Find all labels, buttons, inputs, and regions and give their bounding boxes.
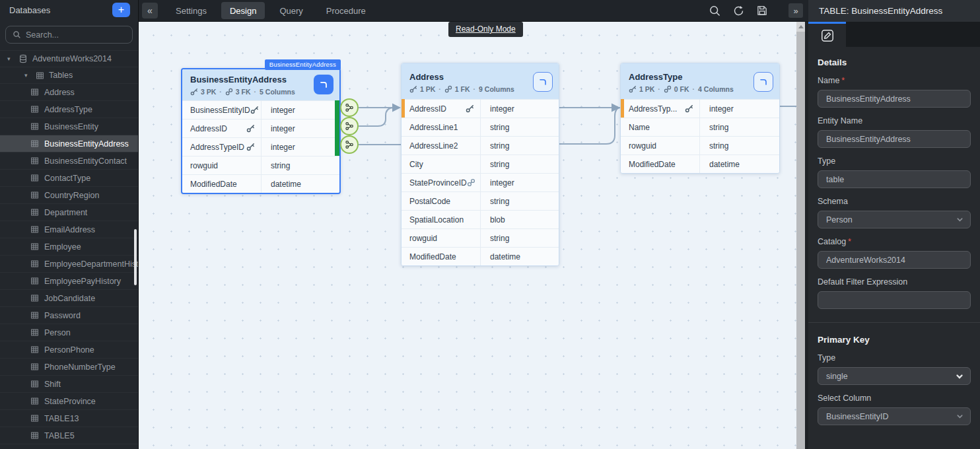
sidebar-item-table[interactable]: BusinessEntity xyxy=(0,118,138,135)
sidebar-search-box[interactable] xyxy=(5,26,133,44)
view-tab[interactable]: Query xyxy=(271,2,311,19)
relation-connector-icon[interactable] xyxy=(340,117,359,135)
tables-list: Address AddressType BusinessEntity xyxy=(0,83,138,444)
entity-name-field[interactable] xyxy=(818,130,971,148)
fk-count: 1 FK xyxy=(455,85,470,93)
tables-group-label: Tables xyxy=(49,71,73,80)
refresh-icon[interactable] xyxy=(732,5,745,17)
column-row[interactable]: AddressLine1 string xyxy=(402,118,559,136)
tree-node-tables-group[interactable]: ▾ Tables xyxy=(0,67,138,83)
column-row[interactable]: PostalCode string xyxy=(402,191,559,210)
er-diagram-canvas[interactable]: Read-Only Mode BusinessEntityAddress Bus… xyxy=(139,22,808,449)
column-row[interactable]: rowguid string xyxy=(182,156,339,174)
column-name: AddressLine2 xyxy=(409,141,458,151)
fk-count: 3 FK xyxy=(236,88,251,96)
sidebar-item-table[interactable]: EmployeePayHistory xyxy=(0,272,138,289)
primary-key-icon xyxy=(250,106,259,114)
table-icon xyxy=(30,208,39,217)
sidebar-item-table[interactable]: PersonPhone xyxy=(0,341,138,358)
type-field[interactable] xyxy=(818,170,971,188)
column-row[interactable]: rowguid string xyxy=(621,136,779,155)
sidebar-item-table[interactable]: BusinessEntityContact xyxy=(0,152,138,169)
view-tab[interactable]: Design xyxy=(221,2,265,19)
tab-edit[interactable] xyxy=(808,22,846,47)
sidebar-item-table[interactable]: Password xyxy=(0,306,138,324)
column-row[interactable]: City string xyxy=(402,155,559,173)
column-row[interactable]: ModifiedDate datetime xyxy=(402,247,559,265)
relations-toggle-button[interactable] xyxy=(753,72,773,92)
edit-icon xyxy=(820,28,835,43)
table-icon xyxy=(30,397,39,405)
column-row[interactable]: AddressID integer xyxy=(182,119,339,137)
column-row[interactable]: Name string xyxy=(621,118,779,136)
table-name: EmailAddress xyxy=(44,225,95,234)
expand-panel-button[interactable]: » xyxy=(788,3,803,18)
relations-toggle-button[interactable] xyxy=(533,72,553,92)
sidebar-item-table[interactable]: Employee xyxy=(0,238,138,255)
schema-dropdown[interactable]: Person xyxy=(818,211,971,228)
sidebar-scrollbar-thumb[interactable] xyxy=(134,229,137,285)
search-input[interactable] xyxy=(26,30,125,40)
sidebar-item-table[interactable]: CountryRegion xyxy=(0,186,138,203)
add-database-button[interactable]: + xyxy=(112,3,130,17)
column-name: rowguid xyxy=(190,161,218,170)
column-name: AddressID xyxy=(409,104,446,114)
scroll-up-button[interactable] xyxy=(796,22,805,32)
search-icon[interactable] xyxy=(709,5,721,17)
sidebar-item-table[interactable]: Shift xyxy=(0,375,138,392)
tree-node-database[interactable]: ▾ AdventureWorks2014 xyxy=(0,50,138,67)
column-row[interactable]: BusinessEntityID integer xyxy=(182,100,339,119)
node-header: BusinessEntityAddress 3 PK · 3 FK · 5 Co… xyxy=(182,69,339,100)
sidebar-item-table[interactable]: BusinessEntityAddress xyxy=(0,135,138,152)
er-node-addresstype[interactable]: AddressType 1 PK · 0 FK · 4 Columns xyxy=(620,63,780,174)
sidebar-item-table[interactable]: TABLE13 xyxy=(0,409,138,427)
catalog-field[interactable] xyxy=(818,251,971,269)
panel-body: Details Name* Entity Name Type Schema Pe… xyxy=(808,47,980,449)
column-row[interactable]: AddressLine2 string xyxy=(402,136,559,155)
column-row[interactable]: ModifiedDate datetime xyxy=(182,174,339,193)
sidebar-item-table[interactable]: PhoneNumberType xyxy=(0,358,138,375)
column-row[interactable]: StateProvinceID integer xyxy=(402,173,559,191)
elbow-curve-icon xyxy=(758,77,769,87)
view-tab[interactable]: Procedure xyxy=(318,2,374,19)
sidebar-item-table[interactable]: JobCandidate xyxy=(0,289,138,306)
er-node-address[interactable]: Address 1 PK · 1 FK · 9 Columns xyxy=(401,63,559,266)
canvas-scrollbar[interactable] xyxy=(796,22,805,449)
relations-toggle-button[interactable] xyxy=(314,75,333,94)
sidebar-item-table[interactable]: Department xyxy=(0,203,138,221)
sidebar-item-table[interactable]: EmailAddress xyxy=(0,221,138,238)
view-tab[interactable]: Settings xyxy=(167,2,215,19)
column-row[interactable]: ModifiedDate datetime xyxy=(621,155,779,173)
sidebar-item-table[interactable]: TABLE5 xyxy=(0,427,138,444)
column-type: integer xyxy=(700,100,779,118)
relation-connector-icon[interactable] xyxy=(340,135,359,154)
sidebar-item-table[interactable]: Person xyxy=(0,324,138,341)
save-icon[interactable] xyxy=(756,5,768,17)
sidebar-item-table[interactable]: Address xyxy=(0,83,138,100)
pk-column-label: Select Column xyxy=(818,394,971,403)
center-area: « Settings Design Query Procedure » xyxy=(139,0,808,449)
chevron-down-icon[interactable]: ▾ xyxy=(7,55,14,62)
sidebar-item-table[interactable]: StateProvince xyxy=(0,392,138,409)
pk-type-select[interactable]: single xyxy=(818,367,971,385)
column-row[interactable]: AddressTypeID integer xyxy=(182,137,339,156)
filter-expression-field[interactable] xyxy=(818,291,971,309)
name-label: Name* xyxy=(818,76,971,85)
chevron-down-icon xyxy=(956,372,963,380)
er-node-businessentityaddress[interactable]: BusinessEntityAddress BusinessEntityAddr… xyxy=(181,68,341,194)
relation-connector-icon[interactable] xyxy=(340,98,359,117)
chevron-down-icon[interactable]: ▾ xyxy=(24,72,31,79)
sidebar-item-table[interactable]: ContactType xyxy=(0,169,138,186)
database-name: AdventureWorks2014 xyxy=(32,54,112,63)
sidebar-item-table[interactable]: AddressType xyxy=(0,100,138,118)
sidebar-item-table[interactable]: EmployeeDepartmentHistory xyxy=(0,255,138,272)
column-row[interactable]: AddressID integer xyxy=(402,99,559,118)
column-row[interactable]: rowguid string xyxy=(402,228,559,247)
pk-column-dropdown[interactable]: BusinessEntityID xyxy=(818,407,971,425)
column-row[interactable]: AddressTyp... integer xyxy=(621,99,779,118)
collapse-sidebar-button[interactable]: « xyxy=(142,3,158,18)
column-row[interactable]: SpatialLocation blob xyxy=(402,210,559,228)
table-icon xyxy=(30,431,39,440)
name-field[interactable] xyxy=(818,90,971,108)
column-type: string xyxy=(481,155,559,173)
